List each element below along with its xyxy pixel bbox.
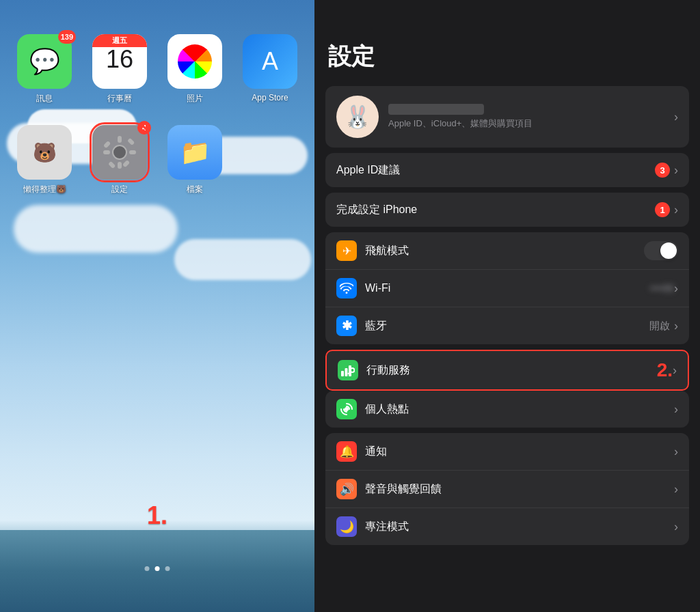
left-panel: 💬 139 訊息 週五 16 行事曆 照片 A App Store: [0, 0, 314, 612]
calendar-day: 16: [106, 47, 133, 72]
bluetooth-value: 開啟: [649, 320, 670, 333]
apple-id-chevron: ›: [674, 163, 678, 178]
sounds-label: 聲音與觸覺回饋: [365, 482, 674, 497]
cellular-svg: [341, 364, 355, 376]
cellular-label: 行動服務: [366, 363, 651, 378]
messages-badge: 139: [58, 30, 76, 44]
wifi-icon: [336, 278, 357, 298]
ocean: [0, 530, 314, 612]
dot-2: [155, 566, 160, 571]
hotspot-label: 個人熱點: [365, 402, 674, 417]
sounds-icon: 🔊: [336, 479, 357, 499]
step2-label: 2.: [657, 359, 673, 381]
notifications-icon: 🔔: [336, 441, 357, 462]
cellular-row[interactable]: 行動服務 2. ›: [327, 351, 688, 389]
calendar-icon: 週五 16: [92, 34, 147, 89]
calendar-label: 行事曆: [107, 93, 132, 105]
complete-setup-row[interactable]: 完成設定 iPhone 1 ›: [325, 193, 689, 227]
settings-icon: 4: [92, 125, 147, 180]
settings-label: 設定: [111, 184, 128, 195]
connectivity-section: ✈ 飛航模式 Wi-Fi ••••86 › ✱ 藍牙 開啟 ›: [325, 232, 689, 344]
cellular-highlighted[interactable]: 行動服務 2. ›: [325, 350, 689, 391]
app-appstore[interactable]: A App Store: [239, 34, 301, 105]
focus-chevron: ›: [674, 520, 678, 534]
lazy-label: 懶得整理🐻: [23, 184, 66, 195]
app-lazy[interactable]: 🐻 懶得整理🐻: [14, 125, 75, 195]
wifi-svg: [340, 283, 353, 294]
profile-subtitle: Apple ID、iCloud+、媒體與購買項目: [388, 117, 664, 130]
wifi-label: Wi-Fi: [365, 282, 650, 294]
notifications-section: 🔔 通知 › 🔊 聲音與觸覺回饋 › 🌙 專注模式 ›: [325, 433, 689, 545]
svg-rect-2: [118, 162, 122, 169]
appstore-icon: A: [243, 34, 297, 89]
apple-id-badge: 3: [655, 163, 670, 178]
page-dots: [145, 566, 170, 571]
app-settings[interactable]: 4 設定: [89, 125, 150, 195]
right-panel: 設定 🐰 Apple ID、iCloud+、媒體與購買項目 › Apple ID…: [314, 0, 700, 612]
complete-setup-chevron: ›: [674, 203, 678, 217]
sounds-chevron: ›: [674, 482, 678, 497]
hotspot-chevron: ›: [674, 402, 678, 417]
step1-container: 1.: [147, 501, 167, 530]
cloud-5: [174, 239, 311, 280]
gear-svg: [102, 135, 137, 170]
svg-rect-10: [345, 368, 348, 376]
appstore-label: App Store: [252, 93, 288, 102]
photos-label: 照片: [187, 93, 203, 105]
lazy-icon: 🐻: [17, 125, 72, 180]
files-label: 檔案: [187, 184, 203, 195]
svg-rect-4: [129, 150, 136, 154]
hotspot-section: 個人熱點 ›: [325, 391, 689, 428]
apple-id-section: Apple ID建議 3 ›: [325, 153, 689, 187]
complete-setup-badge: 1: [655, 202, 670, 217]
profile-info: Apple ID、iCloud+、媒體與購買項目: [388, 104, 664, 130]
profile-chevron: ›: [674, 110, 678, 124]
app-photos[interactable]: 照片: [164, 34, 226, 105]
bluetooth-chevron: ›: [674, 319, 678, 333]
app-messages[interactable]: 💬 139 訊息: [14, 34, 75, 105]
bluetooth-row[interactable]: ✱ 藍牙 開啟 ›: [325, 307, 689, 344]
cloud-4: [14, 205, 178, 253]
sounds-row[interactable]: 🔊 聲音與觸覺回饋 ›: [325, 471, 689, 508]
messages-icon: 💬 139: [17, 34, 72, 89]
airplane-row[interactable]: ✈ 飛航模式: [325, 232, 689, 270]
svg-point-0: [113, 145, 126, 159]
hotspot-row[interactable]: 個人熱點 ›: [325, 391, 689, 428]
airplane-toggle[interactable]: [644, 241, 678, 260]
airplane-icon: ✈: [336, 240, 357, 261]
complete-setup-section: 完成設定 iPhone 1 ›: [325, 193, 689, 227]
apple-id-label: Apple ID建議: [336, 163, 655, 178]
app-calendar[interactable]: 週五 16 行事曆: [89, 34, 150, 105]
complete-setup-label: 完成設定 iPhone: [336, 203, 655, 217]
photos-wheel: [178, 44, 212, 79]
files-icon: 📁: [167, 125, 222, 180]
avatar: 🐰: [336, 96, 379, 138]
hotspot-icon: [336, 399, 357, 419]
cellular-icon: [338, 360, 358, 380]
focus-label: 專注模式: [365, 520, 674, 534]
svg-rect-1: [118, 136, 122, 143]
notifications-row[interactable]: 🔔 通知 ›: [325, 433, 689, 471]
messages-label: 訊息: [36, 93, 53, 105]
profile-name: [388, 104, 484, 115]
apple-id-row[interactable]: Apple ID建議 3 ›: [325, 153, 689, 187]
notifications-chevron: ›: [674, 445, 678, 459]
dot-3: [165, 566, 170, 571]
hotspot-svg: [340, 402, 353, 416]
wifi-chevron: ›: [674, 281, 678, 296]
airplane-label: 飛航模式: [365, 244, 644, 258]
focus-row[interactable]: 🌙 專注模式 ›: [325, 508, 689, 545]
svg-rect-6: [122, 160, 130, 167]
step1-label: 1.: [147, 501, 167, 529]
settings-title: 設定: [314, 0, 700, 86]
svg-rect-5: [103, 141, 111, 148]
svg-rect-9: [341, 371, 344, 376]
app-files[interactable]: 📁 檔案: [164, 125, 226, 195]
focus-icon: 🌙: [336, 516, 357, 537]
photos-icon: [167, 34, 222, 89]
svg-point-14: [345, 407, 349, 411]
svg-rect-8: [127, 138, 135, 145]
cellular-chevron: ›: [673, 363, 677, 378]
profile-card[interactable]: 🐰 Apple ID、iCloud+、媒體與購買項目 ›: [325, 86, 689, 148]
wifi-row[interactable]: Wi-Fi ••••86 ›: [325, 270, 689, 307]
